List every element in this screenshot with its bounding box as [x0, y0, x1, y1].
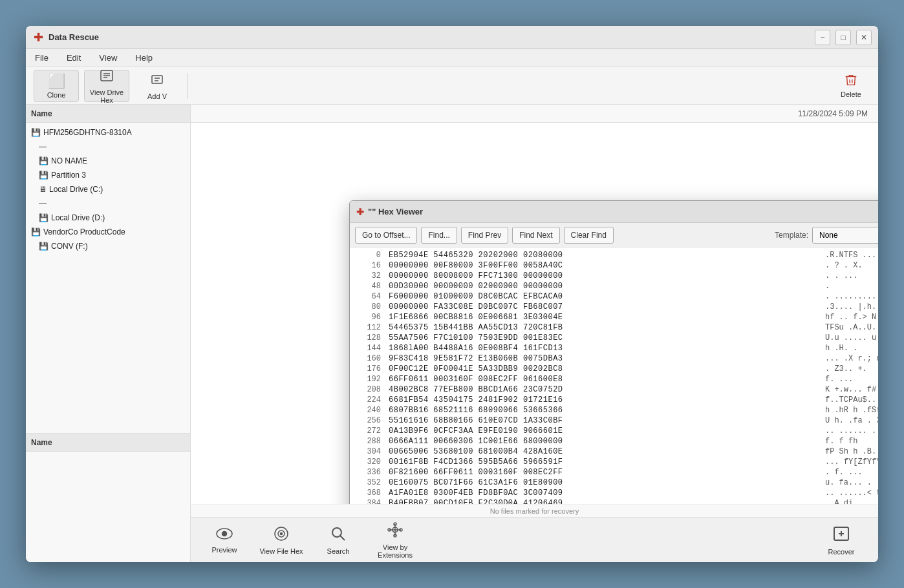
- hex-row: 128 55AA7506 F7C10100 7503E9DD 001E83EC …: [350, 333, 878, 343]
- hex-row: 304 00665006 53680100 681000B4 428A160E …: [350, 446, 878, 457]
- main-right: 11/28/2024 5:09 PM ✚ "" Hex Viewer ✕ Go …: [191, 105, 878, 562]
- sidebar-item-noname-label: NO NAME: [51, 156, 87, 165]
- hex-offset: 32: [355, 271, 381, 280]
- hex-bytes: F6000000 01000000 D8C0BCAC EFBCACA0: [389, 292, 817, 301]
- hex-ascii: hf .. f.> N: [825, 313, 878, 322]
- hex-ascii: f..TCPAu$... r: [825, 395, 878, 404]
- sidebar-bottom: Name: [26, 433, 190, 562]
- sidebar-item-dash2[interactable]: —: [26, 196, 190, 211]
- sidebar-item-dash1[interactable]: —: [26, 140, 190, 154]
- hex-ascii: . f. ...: [825, 468, 878, 477]
- hex-modal-title-text: "" Hex Viewer: [368, 207, 423, 216]
- hex-offset: 112: [355, 323, 381, 332]
- goto-offset-button[interactable]: Go to Offset...: [355, 227, 417, 244]
- template-select[interactable]: None: [812, 227, 878, 244]
- local-d-icon: 💾: [39, 213, 48, 222]
- hex-offset: 80: [355, 302, 381, 311]
- hex-offset: 128: [355, 333, 381, 342]
- recover-label: Recover: [828, 548, 855, 556]
- hex-modal-title-bar: ✚ "" Hex Viewer ✕: [350, 201, 878, 223]
- hex-ascii: K +.w... f#.u-: [825, 385, 878, 394]
- hex-bytes: B40EBB07 00CD10EB F2C30D0A 41206469: [389, 499, 817, 504]
- hex-offset: 16: [355, 261, 381, 270]
- view-drive-hex-button[interactable]: View Drive Hex: [84, 70, 129, 102]
- preview-button[interactable]: Preview: [199, 521, 250, 560]
- hex-row: 176 0F00C12E 0F00041E 5A33DBB9 00202BC8 …: [350, 364, 878, 374]
- hex-offset: 224: [355, 395, 381, 404]
- hex-row: 32 00000000 80008000 FFC71300 00000000 .…: [350, 271, 878, 281]
- vendorco-icon: 💾: [31, 227, 41, 236]
- hex-ascii: .3.... |.h.: [825, 302, 878, 311]
- view-by-extensions-button[interactable]: View by Extensions: [369, 521, 421, 560]
- dash-icon2: —: [39, 199, 47, 208]
- view-file-hex-button[interactable]: View File Hex: [255, 521, 307, 560]
- hex-scroll-area[interactable]: 0 EB52904E 54465320 20202000 02080000 .R…: [350, 247, 878, 504]
- minimize-button[interactable]: −: [815, 30, 830, 45]
- search-button[interactable]: Search: [312, 521, 364, 560]
- find-prev-button[interactable]: Find Prev: [461, 227, 508, 244]
- hex-ascii: h .H. .: [825, 344, 878, 353]
- svg-point-12: [332, 528, 341, 537]
- menu-view[interactable]: View: [95, 52, 121, 64]
- hex-ascii: f. ...: [825, 375, 878, 384]
- app-title: Data Rescue: [48, 32, 99, 42]
- menu-edit[interactable]: Edit: [63, 52, 85, 64]
- hex-bytes: 0A13B9F6 0CFCF3AA E9FE0190 9066601E: [389, 426, 817, 436]
- title-bar: ✚ Data Rescue − □ ✕: [26, 26, 878, 49]
- hex-bytes: 1F1E6866 00CB8816 0E006681 3E03004E: [389, 313, 817, 322]
- clone-label: Clone: [47, 91, 66, 99]
- menu-help[interactable]: Help: [131, 52, 156, 64]
- hex-ascii: f. f fh: [825, 437, 878, 446]
- hex-row: 240 6807BB16 68521116 68090066 53665366 …: [350, 405, 878, 415]
- delete-button[interactable]: Delete: [832, 70, 870, 102]
- sidebar-item-conv[interactable]: 💾 CONV (F:): [26, 239, 190, 253]
- hex-row: 224 6681FB54 43504175 2481F902 01721E16 …: [350, 395, 878, 405]
- sidebar-item-local-c[interactable]: 🖥 Local Drive (C:): [26, 182, 190, 196]
- sidebar-item-hfm[interactable]: 💾 HFM256GDHTNG-8310A: [26, 125, 190, 140]
- find-next-button[interactable]: Find Next: [512, 227, 559, 244]
- sidebar-item-noname[interactable]: 💾 NO NAME: [26, 154, 190, 168]
- hex-offset: 336: [355, 468, 381, 477]
- clone-button[interactable]: ⬜ Clone: [34, 70, 79, 102]
- hex-row: 0 EB52904E 54465320 20202000 02080000 .R…: [350, 250, 878, 260]
- hex-row: 64 F6000000 01000000 D8C0BCAC EFBCACA0 .…: [350, 291, 878, 302]
- hex-offset: 96: [355, 313, 381, 322]
- app-logo: ✚: [34, 30, 43, 45]
- maximize-button[interactable]: □: [835, 30, 851, 45]
- menu-file[interactable]: File: [31, 52, 52, 64]
- toolbar-right: Delete: [832, 70, 870, 102]
- close-button[interactable]: ✕: [856, 30, 872, 45]
- clear-find-button[interactable]: Clear Find: [564, 227, 614, 244]
- add-button[interactable]: Add V: [135, 70, 180, 102]
- local-c-icon: 🖥: [39, 185, 47, 194]
- hex-offset: 240: [355, 406, 381, 415]
- sidebar-bottom-header: Name: [26, 434, 190, 452]
- timestamp-area: 11/28/2024 5:09 PM: [191, 105, 878, 123]
- hex-ascii: . ? . X.: [825, 261, 878, 270]
- find-button[interactable]: Find...: [421, 227, 457, 244]
- hex-offset: 64: [355, 292, 381, 301]
- hex-row: 96 1F1E6866 00CB8816 0E006681 3E03004E h…: [350, 312, 878, 322]
- sidebar-item-partition3[interactable]: 💾 Partition 3: [26, 168, 190, 182]
- hex-offset: 192: [355, 375, 381, 384]
- recover-button[interactable]: Recover: [812, 521, 870, 560]
- dash-icon1: —: [39, 142, 47, 151]
- hex-bytes: 00000000 00F80000 3F00FF00 0058A40C: [389, 261, 817, 270]
- hex-offset: 48: [355, 282, 381, 291]
- sidebar-item-vendorco-label: VendorCo ProductCode: [43, 227, 125, 236]
- hex-ascii: .R.NTFS ...: [825, 251, 878, 260]
- hex-ascii: .: [825, 282, 878, 291]
- hex-ascii: .. ......< t: [825, 488, 878, 498]
- delete-icon: [844, 73, 858, 90]
- hex-bytes: 0666A111 00660306 1C001E66 68000000: [389, 437, 817, 446]
- hex-ascii: h .hR h .fSfS: [825, 406, 878, 415]
- hex-bytes: 6681FB54 43504175 2481F902 01721E16: [389, 395, 817, 404]
- sidebar-item-local-d[interactable]: 💾 Local Drive (D:): [26, 211, 190, 225]
- view-file-hex-label: View File Hex: [259, 547, 303, 555]
- template-label: Template:: [775, 231, 808, 240]
- hex-row: 256 55161616 68B80166 610E07CD 1A33C0BF …: [350, 415, 878, 426]
- add-label: Add V: [147, 92, 167, 100]
- sidebar-item-vendorco[interactable]: 💾 VendorCo ProductCode: [26, 225, 190, 239]
- svg-line-13: [340, 536, 345, 540]
- hex-row: 16 00000000 00F80000 3F00FF00 0058A40C .…: [350, 260, 878, 271]
